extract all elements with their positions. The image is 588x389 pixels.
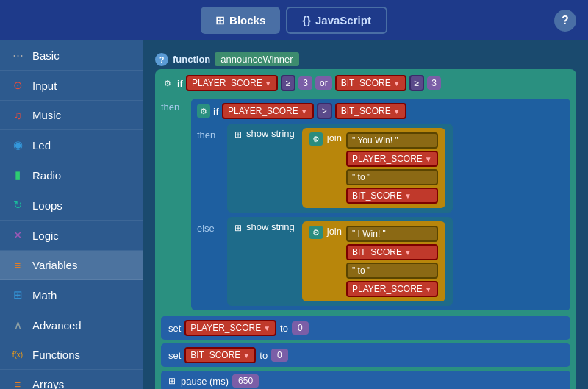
led-icon: ◉ [10, 138, 25, 151]
show-string-icon-2: ⊞ [234, 223, 242, 233]
player-score-pill-1[interactable]: PLAYER_SCORE ▼ [186, 75, 278, 91]
sidebar-item-arrays[interactable]: ≡ Arrays [0, 370, 143, 389]
dropdown-arrow-9: ▼ [263, 324, 270, 332]
sidebar-label-led: Led [32, 139, 51, 151]
pause-icon: ⊞ [168, 376, 176, 386]
to-string-2[interactable]: " to " [346, 263, 438, 279]
else-kw: else [197, 217, 223, 234]
dropdown-arrow-5: ▼ [425, 155, 432, 163]
player-score-pill-5[interactable]: PLAYER_SCORE ▼ [184, 320, 276, 336]
join-settings-icon-2[interactable]: ⚙ [309, 226, 323, 239]
i-win-string[interactable]: " I Win! " [346, 226, 438, 242]
radio-icon: ▮ [10, 168, 25, 182]
player-score-pill-2[interactable]: PLAYER_SCORE ▼ [222, 103, 314, 119]
set-kw-1: set [168, 323, 181, 334]
sidebar-label-functions: Functions [32, 349, 80, 361]
sidebar-label-variables: Variables [32, 259, 77, 271]
player-score-pill-3[interactable]: PLAYER_SCORE ▼ [346, 151, 438, 167]
sidebar: ⋯ Basic ⊙ Input ♫ Music ◉ Led ▮ Radio ↻ … [0, 40, 143, 389]
inner-if-row: ⚙ if PLAYER_SCORE ▼ > BIT_SCORE ▼ [197, 103, 564, 119]
input-icon: ⊙ [10, 79, 25, 92]
tab-blocks-button[interactable]: ⊞ Blocks [201, 7, 280, 34]
join-label-2: join [327, 226, 342, 237]
blocks-icon: ⊞ [215, 14, 225, 27]
gt-op-pill[interactable]: > [317, 103, 332, 119]
to-string-1[interactable]: " to " [346, 169, 438, 185]
bit-score-pill-1[interactable]: BIT_SCORE ▼ [335, 75, 406, 91]
set-player-score-block: set PLAYER_SCORE ▼ to 0 [161, 316, 570, 340]
function-header: ? function announceWinner [155, 52, 576, 66]
sidebar-item-basic[interactable]: ⋯ Basic [0, 40, 143, 71]
tab-javascript-button[interactable]: {} JavaScript [286, 7, 387, 34]
arrays-icon: ≡ [10, 378, 25, 389]
pause-ms-label: pause (ms) [181, 376, 229, 387]
gte-op-pill-1[interactable]: ≥ [281, 75, 296, 91]
header: ⊞ Blocks {} JavaScript ? [0, 0, 588, 40]
show-string-icon-1: ⊞ [234, 129, 242, 140]
loops-icon: ↻ [10, 199, 25, 212]
set-bit-score-block: set BIT_SCORE ▼ to 0 [161, 343, 570, 367]
sidebar-item-radio[interactable]: ▮ Radio [0, 160, 143, 190]
action-blocks: set PLAYER_SCORE ▼ to 0 set BIT_SCORE [161, 316, 570, 389]
bit-score-pill-5[interactable]: BIT_SCORE ▼ [184, 347, 256, 363]
to-kw-2: to [259, 350, 268, 361]
bit-score-pill-2[interactable]: BIT_SCORE ▼ [335, 103, 406, 119]
dropdown-arrow-7: ▼ [404, 249, 412, 257]
join-settings-icon-1[interactable]: ⚙ [309, 132, 323, 146]
val650-pill[interactable]: 650 [232, 374, 259, 388]
sidebar-item-music[interactable]: ♫ Music [0, 101, 143, 130]
bit-score-pill-4[interactable]: BIT_SCORE ▼ [346, 244, 438, 260]
sidebar-item-loops[interactable]: ↻ Loops [0, 190, 143, 221]
pause-block: ⊞ pause (ms) 650 [161, 371, 570, 389]
val3-pill-2[interactable]: 3 [427, 76, 441, 90]
you-win-string[interactable]: " You Win! " [346, 132, 438, 149]
sidebar-item-led[interactable]: ◉ Led [0, 130, 143, 160]
functions-icon: f(x) [10, 351, 25, 359]
inner-if-block: ⚙ if PLAYER_SCORE ▼ > BIT_SCORE ▼ [191, 99, 570, 310]
sidebar-label-advanced: Advanced [32, 319, 82, 332]
main-layout: ⋯ Basic ⊙ Input ♫ Music ◉ Led ▮ Radio ↻ … [0, 40, 588, 389]
sidebar-item-logic[interactable]: ✕ Logic [0, 221, 143, 251]
val0-pill-2[interactable]: 0 [271, 349, 288, 362]
dropdown-arrow-10: ▼ [243, 351, 250, 360]
sidebar-label-music: Music [32, 109, 61, 121]
block-container: ? function announceWinner ⚙ if PLAYER_SC… [155, 52, 576, 389]
val0-pill-1[interactable]: 0 [292, 321, 309, 335]
dropdown-arrow-8: ▼ [425, 285, 432, 293]
or-pill[interactable]: or [315, 76, 332, 90]
sidebar-label-arrays: Arrays [32, 378, 64, 389]
outer-if-block: ⚙ if PLAYER_SCORE ▼ ≥ 3 or BIT_SCORE ▼ [155, 69, 576, 389]
advanced-icon: ∧ [10, 318, 25, 332]
player-score-pill-4[interactable]: PLAYER_SCORE ▼ [346, 281, 438, 297]
inner-then-kw: then [197, 124, 223, 140]
sidebar-item-input[interactable]: ⊙ Input [0, 71, 143, 101]
dropdown-arrow-2: ▼ [393, 79, 401, 88]
dropdown-arrow-6: ▼ [404, 192, 412, 200]
gte-op-pill-2[interactable]: ≥ [409, 75, 425, 91]
inner-then-row: then ⊞ show string ⚙ join [197, 124, 564, 213]
else-row: else ⊞ show string ⚙ join [197, 217, 564, 306]
bit-score-pill-3[interactable]: BIT_SCORE ▼ [346, 188, 438, 204]
sidebar-label-logic: Logic [32, 229, 59, 242]
join-block-1: ⚙ join " You Win! " PLAYER_SCORE ▼ [302, 128, 445, 208]
show-string-label-1: show string [246, 128, 295, 139]
sidebar-item-variables[interactable]: ≡ Variables [0, 251, 143, 280]
settings-cog-icon[interactable]: ⚙ [161, 76, 174, 90]
to-kw-1: to [280, 323, 288, 334]
join-items-2: " I Win! " BIT_SCORE ▼ " to " PLAYER [346, 226, 438, 297]
basic-icon: ⋯ [10, 49, 25, 62]
function-name[interactable]: announceWinner [215, 52, 298, 66]
sidebar-label-math: Math [32, 289, 57, 301]
help-button[interactable]: ? [554, 10, 576, 32]
show-string-block-2: ⊞ show string ⚙ join " I Win! " [227, 217, 453, 306]
inner-settings-cog[interactable]: ⚙ [197, 104, 210, 118]
set-kw-2: set [168, 350, 181, 361]
sidebar-item-math[interactable]: ⊞ Math [0, 280, 143, 310]
sidebar-label-radio: Radio [32, 169, 61, 182]
sidebar-item-functions[interactable]: f(x) Functions [0, 340, 143, 370]
sidebar-item-advanced[interactable]: ∧ Advanced [0, 310, 143, 340]
then-keyword: then [161, 96, 187, 113]
if-keyword: if [177, 78, 183, 89]
music-icon: ♫ [10, 109, 25, 121]
val3-pill-1[interactable]: 3 [298, 76, 312, 90]
